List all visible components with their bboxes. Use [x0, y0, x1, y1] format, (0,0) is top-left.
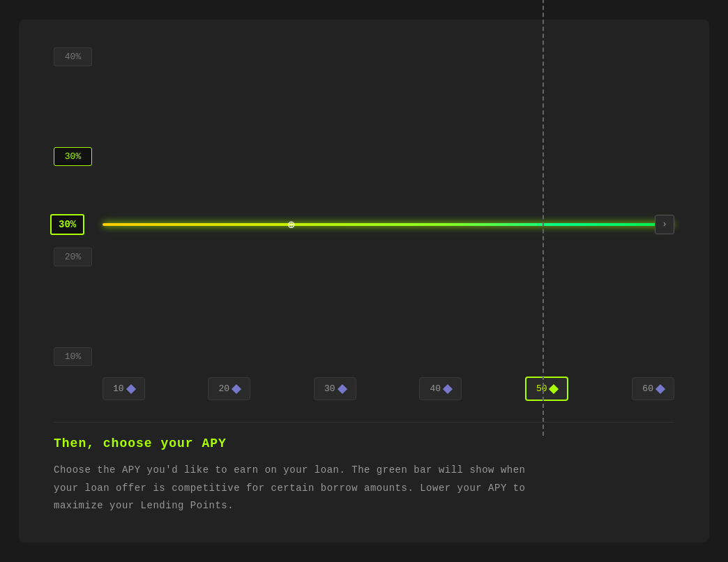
text-section: Then, choose your APY Choose the APY you… [54, 422, 674, 515]
eth-icon-60 [655, 384, 665, 394]
label-60: 60 [642, 383, 653, 394]
label-30: 30 [324, 383, 335, 394]
vertical-dashed-line [543, 0, 544, 436]
y-label-20: 20% [54, 248, 92, 266]
y-label-10: 10% [54, 347, 92, 366]
eth-icon-20 [232, 384, 241, 394]
token-btn-50[interactable]: 50 [525, 377, 569, 401]
eth-icon-50 [549, 384, 559, 394]
label-40: 40 [430, 383, 441, 394]
line-region: 30% ⊕ › [103, 223, 674, 226]
token-btn-30[interactable]: 30 [314, 377, 356, 400]
token-btn-60[interactable]: 60 [632, 377, 674, 400]
apy-line[interactable] [103, 223, 674, 226]
eth-icon-10 [126, 384, 136, 394]
section-desc: Choose the APY you'd like to earn on you… [54, 462, 674, 515]
main-container: 40% 30% 20% 10% 30% ⊕ › [19, 20, 709, 542]
label-20: 20 [218, 383, 229, 394]
drag-handle[interactable]: ⊕ [287, 217, 295, 232]
section-title: Then, choose your APY [54, 436, 674, 450]
x-axis-buttons: 10 20 30 40 50 [103, 377, 674, 401]
chart-right: 30% ⊕ › 10 20 30 [103, 47, 674, 401]
label-10: 10 [113, 383, 124, 394]
token-btn-10[interactable]: 10 [103, 377, 145, 400]
token-btn-20[interactable]: 20 [208, 377, 250, 400]
eth-icon-40 [443, 384, 453, 394]
token-btn-40[interactable]: 40 [419, 377, 462, 400]
apy-start-label: 30% [50, 214, 84, 235]
end-arrow-button[interactable]: › [655, 215, 674, 234]
chart-wrapper: 40% 30% 20% 10% 30% ⊕ › [54, 47, 674, 401]
label-50: 50 [536, 383, 547, 394]
y-label-40: 40% [54, 47, 92, 66]
eth-icon-30 [337, 384, 347, 394]
y-label-30: 30% [54, 147, 92, 166]
